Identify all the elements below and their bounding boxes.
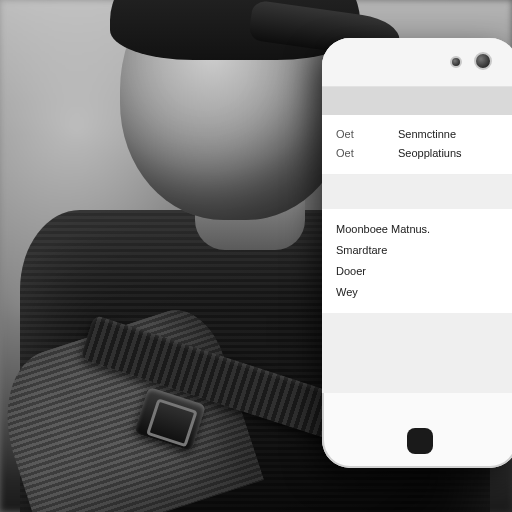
list-item[interactable]: Dooer: [336, 261, 504, 282]
front-sensor-icon: [450, 56, 462, 68]
front-camera-icon: [474, 52, 492, 70]
phone: Oet Senmctinne Oet Seopplatiuns Moonboee…: [322, 38, 512, 468]
list-item[interactable]: Smardtare: [336, 240, 504, 261]
list-item[interactable]: Wey: [336, 282, 504, 303]
row-col1: Oet: [336, 125, 374, 144]
settings-section-1: Oet Senmctinne Oet Seopplatiuns: [322, 115, 512, 175]
row-col2: Senmctinne: [398, 125, 504, 144]
row-col2: Seopplatiuns: [398, 144, 504, 163]
list-item[interactable]: Moonboee Matnus.: [336, 219, 504, 240]
row-col1: Oet: [336, 144, 374, 163]
header-bar: [322, 87, 512, 115]
settings-section-2: Moonboee Matnus. Smardtare Dooer Wey: [322, 209, 512, 313]
photo-scene: Oet Senmctinne Oet Seopplatiuns Moonboee…: [0, 0, 512, 512]
section-spacer: [322, 175, 512, 209]
settings-row[interactable]: Oet Seopplatiuns: [336, 144, 504, 163]
home-button[interactable]: [407, 428, 433, 454]
phone-top-bezel: [322, 38, 512, 87]
section-spacer: [322, 313, 512, 393]
settings-row[interactable]: Oet Senmctinne: [336, 125, 504, 144]
